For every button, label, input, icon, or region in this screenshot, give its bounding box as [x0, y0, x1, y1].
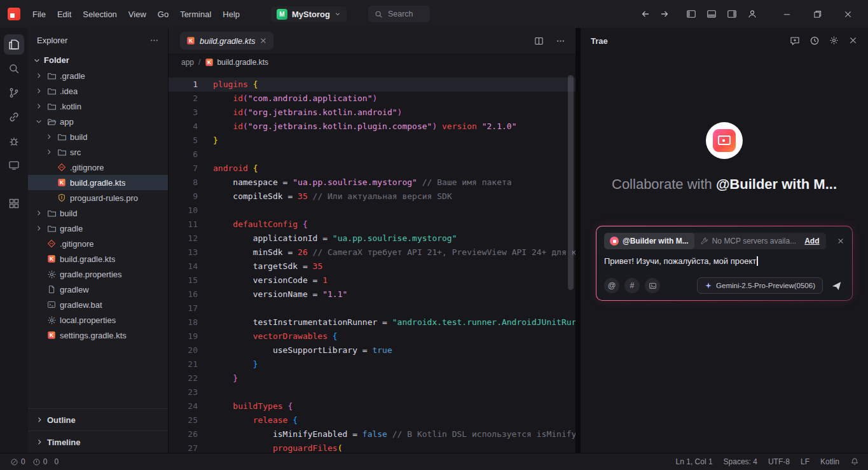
code-line-20[interactable]: 20 useSupportLibrary = true	[169, 343, 575, 357]
code-line-25[interactable]: 25 release {	[169, 413, 575, 427]
eol-setting[interactable]: LF	[801, 457, 809, 466]
tree-item-.idea[interactable]: .idea	[28, 83, 168, 99]
toggle-panel-button[interactable]	[703, 5, 720, 23]
code-line-17[interactable]: 17	[169, 301, 575, 315]
code-line-4[interactable]: 4 id("org.jetbrains.kotlin.plugin.compos…	[169, 120, 575, 134]
screen-icon[interactable]	[4, 155, 24, 176]
code-line-26[interactable]: 26 isMinifyEnabled = false // В Kotlin D…	[169, 427, 575, 441]
menu-terminal[interactable]: Terminal	[174, 6, 217, 22]
code-line-22[interactable]: 22 }	[169, 371, 575, 385]
window-close-button[interactable]	[839, 5, 857, 23]
timeline-section-header[interactable]: Timeline	[28, 431, 168, 453]
tree-item-gradle.properties[interactable]: gradle.properties	[28, 266, 168, 282]
tree-item-gradlew.bat[interactable]: gradlew.bat	[28, 297, 168, 312]
code-line-13[interactable]: 13 minSdk = 26 // CameraX требует API 21…	[169, 245, 575, 259]
code-line-21[interactable]: 21 }	[169, 357, 575, 371]
encoding-setting[interactable]: UTF-8	[768, 457, 790, 466]
code-line-14[interactable]: 14 targetSdk = 35	[169, 259, 575, 273]
explorer-icon[interactable]	[4, 34, 24, 55]
chat-settings-button[interactable]	[829, 36, 839, 46]
code-editor[interactable]: 1plugins {2 id("com.android.application"…	[169, 71, 575, 453]
search-icon[interactable]	[4, 59, 24, 79]
tree-item-build.gradle.kts[interactable]: Kbuild.gradle.kts	[28, 175, 168, 190]
code-line-16[interactable]: 16 versionName = "1.1"	[169, 287, 575, 301]
chat-text-input[interactable]: Привет! Изучи, пожалуйста, мой проект	[604, 256, 844, 266]
code-line-9[interactable]: 9 compileSdk = 35 // Или актуальная верс…	[169, 190, 575, 204]
menu-view[interactable]: View	[123, 6, 152, 22]
model-selector[interactable]: Gemini-2.5-Pro-Preview(0506)	[697, 277, 823, 294]
code-line-5[interactable]: 5}	[169, 134, 575, 148]
tree-item-settings.gradle.kts[interactable]: Ksettings.gradle.kts	[28, 328, 168, 343]
window-minimize-button[interactable]	[778, 5, 796, 23]
tree-item-.gitignore[interactable]: .gitignore	[28, 160, 168, 175]
breadcrumb-file[interactable]: K build.gradle.kts	[205, 58, 268, 67]
tab-build-gradle-kts[interactable]: K build.gradle.kts	[180, 32, 273, 50]
context-button[interactable]: #	[624, 278, 640, 293]
account-button[interactable]	[743, 5, 761, 23]
tree-item-.gitignore[interactable]: .gitignore	[28, 236, 168, 251]
language-mode[interactable]: Kotlin	[820, 457, 839, 466]
agent-badge[interactable]: @Builder with M...	[604, 233, 694, 249]
add-mcp-button[interactable]: Add	[804, 237, 819, 245]
code-line-12[interactable]: 12 applicationId = "ua.pp.soulrise.mysto…	[169, 232, 575, 245]
attach-image-button[interactable]	[645, 278, 660, 293]
toggle-sidebar-button[interactable]	[682, 5, 700, 23]
remove-agent-button[interactable]	[837, 237, 844, 245]
breadcrumb-folder[interactable]: app	[181, 58, 194, 67]
menu-selection[interactable]: Selection	[77, 6, 122, 22]
tree-item-.kotlin[interactable]: .kotlin	[28, 99, 168, 114]
code-line-19[interactable]: 19 vectorDrawables {	[169, 329, 575, 343]
code-line-11[interactable]: 11 defaultConfig {	[169, 218, 575, 232]
close-panel-button[interactable]	[848, 36, 858, 46]
source-control-icon[interactable]	[4, 83, 24, 103]
notifications-bell-icon[interactable]	[850, 457, 859, 466]
chat-input-box[interactable]: @Builder with M... No MCP servers availa…	[596, 226, 853, 301]
tree-item-build.gradle.kts[interactable]: Kbuild.gradle.kts	[28, 251, 168, 266]
chat-history-button[interactable]	[809, 36, 820, 46]
code-line-27[interactable]: 27 proguardFiles(	[169, 441, 575, 453]
tree-item-proguard-rules.pro[interactable]: proguard-rules.pro	[28, 190, 168, 205]
tree-item-.gradle[interactable]: .gradle	[28, 68, 168, 83]
project-switcher[interactable]: M MyStorog	[271, 6, 347, 22]
code-line-24[interactable]: 24 buildTypes {	[169, 399, 575, 413]
tree-item-app[interactable]: app	[28, 114, 168, 129]
menu-go[interactable]: Go	[152, 6, 174, 22]
new-chat-button[interactable]	[790, 36, 800, 46]
indentation-setting[interactable]: Spaces: 4	[724, 457, 757, 466]
tree-item-gradle[interactable]: gradle	[28, 221, 168, 236]
extra-count-indicator[interactable]: 0	[54, 457, 59, 466]
send-button[interactable]	[828, 277, 844, 294]
code-line-1[interactable]: 1plugins {	[169, 78, 575, 92]
split-editor-button[interactable]	[530, 32, 548, 50]
code-line-23[interactable]: 23	[169, 385, 575, 399]
code-line-10[interactable]: 10	[169, 204, 575, 218]
menu-edit[interactable]: Edit	[52, 6, 77, 22]
mention-button[interactable]: @	[604, 278, 619, 293]
menu-help[interactable]: Help	[217, 6, 245, 22]
code-line-2[interactable]: 2 id("com.android.application")	[169, 92, 575, 106]
code-line-15[interactable]: 15 versionCode = 1	[169, 273, 575, 287]
debug-icon[interactable]	[4, 131, 24, 151]
warnings-indicator[interactable]: 0	[32, 457, 48, 466]
tree-item-build[interactable]: build	[28, 205, 168, 221]
window-restore-button[interactable]	[808, 5, 826, 23]
folder-section-header[interactable]: Folder	[28, 52, 168, 68]
outline-section-header[interactable]: Outline	[28, 408, 168, 431]
errors-indicator[interactable]: 0	[10, 457, 25, 466]
code-line-3[interactable]: 3 id("org.jetbrains.kotlin.android")	[169, 106, 575, 120]
remote-icon[interactable]	[4, 107, 24, 127]
tree-item-gradlew[interactable]: gradlew	[28, 282, 168, 297]
code-line-8[interactable]: 8 namespace = "ua.pp.soulrise.mystorog" …	[169, 176, 575, 190]
code-line-6[interactable]: 6	[169, 148, 575, 162]
global-search-input[interactable]: Search	[368, 6, 430, 22]
panel-resizer[interactable]	[575, 28, 581, 453]
tree-item-build[interactable]: build	[28, 129, 168, 144]
cursor-position[interactable]: Ln 1, Col 1	[676, 457, 713, 466]
tree-item-src[interactable]: src	[28, 144, 168, 160]
explorer-more-actions-button[interactable]	[149, 36, 159, 45]
tab-close-button[interactable]	[259, 37, 267, 45]
nav-forward-button[interactable]	[656, 5, 673, 23]
editor-more-actions-button[interactable]	[551, 32, 569, 50]
nav-back-button[interactable]	[637, 5, 654, 23]
tree-item-local.properties[interactable]: local.properties	[28, 312, 168, 328]
